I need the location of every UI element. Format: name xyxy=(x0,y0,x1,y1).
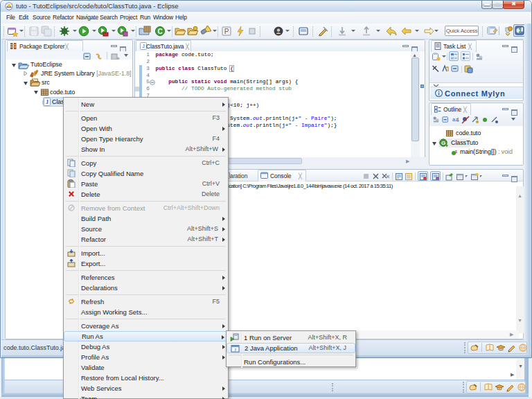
svg-text:C: C xyxy=(157,28,162,35)
svg-text:G: G xyxy=(441,140,445,146)
svg-text:J: J xyxy=(234,347,236,353)
svg-text:P: P xyxy=(224,28,229,35)
svg-text:S: S xyxy=(455,150,457,154)
svg-text:J: J xyxy=(46,99,48,105)
svg-text:J: J xyxy=(142,44,145,48)
